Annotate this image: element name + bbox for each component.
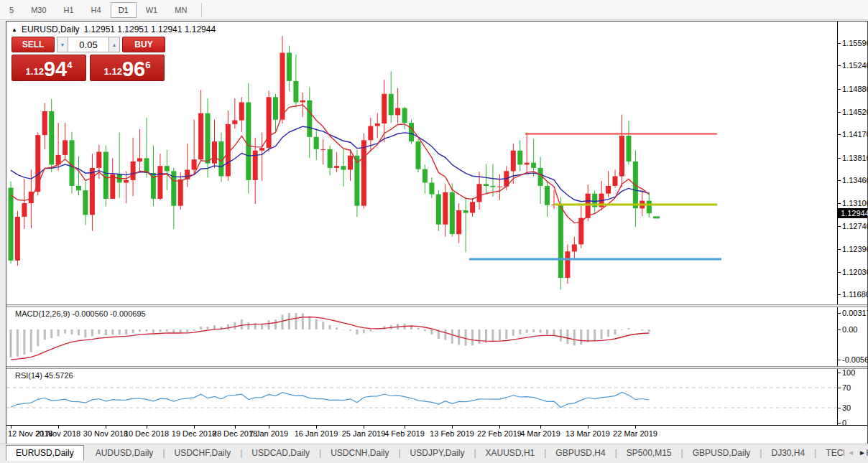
timeframe-button-H1[interactable]: H1 [56, 2, 82, 18]
symbol-tab-dj30-h4[interactable]: DJ30,H4 [762, 446, 814, 460]
candle-body [293, 81, 298, 103]
time-axis[interactable]: 12 Nov 201821 Nov 201830 Nov 201810 Dec … [6, 426, 867, 442]
symbol-tab-usdcnh-daily[interactable]: USDCNH,Daily [321, 446, 398, 460]
timeframe-button-M30[interactable]: M30 [23, 2, 54, 18]
axis-tick-mark [838, 89, 841, 90]
collapse-triangle-icon[interactable]: ▲ [11, 27, 17, 33]
axis-tick-mark [838, 360, 841, 360]
rsi-line [11, 393, 649, 408]
axis-tick-mark [838, 226, 841, 227]
candle-body [450, 192, 455, 234]
sell-button[interactable]: SELL [11, 37, 55, 52]
candle-body [497, 187, 502, 187]
time-tick-label: 25 Jan 2019 [342, 429, 386, 438]
timeframe-button-D1[interactable]: D1 [111, 2, 137, 18]
candle-body [443, 192, 448, 225]
timeframe-button-5[interactable]: 5 [1, 2, 22, 18]
symbol-tab-eurusd-daily[interactable]: EURUSD,Daily [6, 445, 84, 461]
symbol-tab-audusd-daily[interactable]: AUDUSD,Daily [86, 446, 163, 460]
time-tick-label: 10 Dec 2018 [124, 429, 169, 438]
tab-scroll-right-icon[interactable]: ► [859, 449, 866, 457]
tab-scroll-left-icon[interactable]: ◄ [847, 449, 854, 457]
time-tick-mark [106, 426, 106, 429]
time-tick-label: 4 Feb 2019 [384, 429, 425, 438]
forming-candle-marker [653, 216, 660, 218]
time-tick-label: 13 Feb 2019 [430, 429, 474, 438]
sell-price-big: 94 [44, 60, 67, 78]
axis-tick-mark [838, 203, 841, 204]
price-tick-label: 1.13100 [842, 199, 868, 207]
time-tick-mark [499, 426, 500, 429]
symbol-tab-usdjpy-daily[interactable]: USDJPY,Daily [401, 446, 474, 460]
symbol-tab-xauusd-h1[interactable]: XAUUSD,H1 [476, 446, 545, 460]
rsi-pane[interactable]: RSI(14) 45.5726 [6, 369, 837, 425]
lot-size-input[interactable] [68, 37, 108, 52]
lot-increase-button[interactable]: ▲ [108, 37, 120, 52]
symbol-tab-sp500-m15[interactable]: SP500,M15 [617, 446, 681, 460]
candle-body [287, 53, 292, 81]
symbol-tab-usdchf-daily[interactable]: USDCHF,Daily [165, 446, 241, 460]
pane-resize-handle[interactable] [6, 366, 867, 369]
candle-body [361, 140, 366, 205]
timeframe-button-MN[interactable]: MN [167, 2, 195, 18]
one-click-trade-panel: SELL ▼ ▲ BUY 1.12944 1.12966 [11, 37, 165, 81]
candle-body [42, 111, 47, 135]
candle-body [178, 179, 183, 206]
symbol-tab-gbpusd-daily[interactable]: GBPUSD,Daily [683, 446, 760, 460]
candle-body [259, 148, 264, 151]
price-tick-label: 1.14170 [842, 130, 868, 139]
time-tick-label: 13 Mar 2019 [565, 429, 610, 438]
symbol-tab-gbpusd-h4[interactable]: GBPUSD,H4 [546, 446, 614, 460]
toolbar-separator [201, 3, 202, 17]
main-chart-pane[interactable]: ▲ EURUSD,Daily 1.12951 1.12951 1.12941 1… [6, 22, 837, 304]
axis-tick-mark [838, 65, 841, 66]
candle-body [626, 136, 631, 162]
time-tick-mark [316, 426, 317, 429]
macd-signal-line [11, 317, 649, 360]
time-tick-mark [269, 426, 269, 429]
symbol-tab-usdcad-daily[interactable]: USDCAD,Daily [242, 446, 319, 460]
time-tick-mark [58, 426, 59, 429]
price-tick-label: 1.14880 [842, 85, 868, 93]
chevron-up-icon: ▲ [112, 42, 117, 47]
axis-tick-mark [838, 329, 841, 330]
axis-tick-mark [838, 158, 841, 159]
axis-tick-mark [838, 313, 841, 314]
candle-body [572, 245, 577, 252]
candle-body [280, 53, 285, 120]
candle-body [375, 123, 380, 126]
candle-body [124, 180, 129, 183]
lot-decrease-button[interactable]: ▼ [57, 37, 68, 52]
candle-body [103, 152, 108, 199]
candle-body [198, 113, 203, 160]
price-tick-label: 1.14520 [842, 108, 868, 116]
candle-body [531, 163, 536, 168]
time-tick-label: 22 Feb 2019 [477, 429, 522, 438]
price-axis[interactable]: 1.155901.152401.148801.145201.141701.138… [838, 22, 867, 425]
candle-body [328, 149, 333, 168]
candle-body [429, 183, 434, 195]
candle-body [157, 166, 162, 199]
sell-price-sup: 4 [67, 60, 72, 70]
candle-body [273, 97, 278, 119]
buy-price-display[interactable]: 1.12966 [90, 55, 165, 81]
chart-symbol-label: EURUSD,Daily [22, 24, 80, 34]
price-tick-label: 1.11680 [842, 290, 868, 299]
candle-body [246, 103, 251, 180]
candle-body [334, 166, 339, 168]
candle-body [144, 158, 149, 173]
timeframe-button-W1[interactable]: W1 [138, 2, 166, 18]
axis-tick-mark [838, 408, 841, 408]
sell-price-display[interactable]: 1.12944 [11, 55, 86, 81]
candle-body [212, 141, 217, 164]
buy-price-sup: 6 [145, 60, 150, 70]
trading-platform-window: 5M30H1H4D1W1MN ▲ EURUSD,Daily 1.12951 1.… [0, 0, 868, 463]
macd-pane[interactable]: MACD(12,26,9) -0.000560 -0.000695 [6, 307, 837, 366]
time-tick-mark [364, 426, 364, 429]
candle-body [395, 108, 400, 116]
buy-button[interactable]: BUY [122, 37, 165, 52]
lot-size-spinner: ▼ ▲ [57, 37, 120, 52]
candle-body [206, 113, 211, 164]
timeframe-button-H4[interactable]: H4 [83, 2, 109, 18]
pane-resize-handle[interactable] [6, 304, 867, 307]
